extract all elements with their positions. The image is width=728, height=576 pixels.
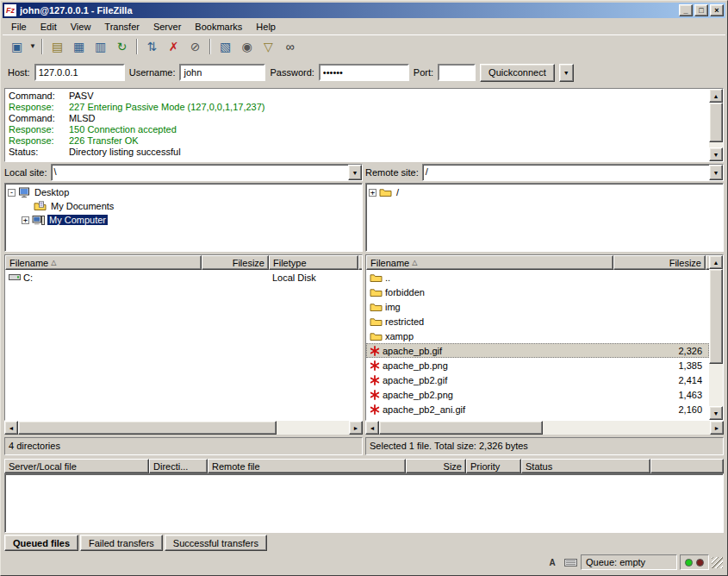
tab-queued-files[interactable]: Queued files <box>4 535 78 551</box>
scroll-up-icon[interactable]: ▲ <box>709 89 723 103</box>
expand-icon[interactable]: + <box>22 216 29 224</box>
desktop-icon <box>18 187 30 198</box>
site-manager-icon[interactable]: ▣ <box>6 37 28 56</box>
disconnect-icon[interactable]: ⊘ <box>184 37 206 56</box>
file-row-xampp[interactable]: xampp <box>366 329 709 343</box>
resize-grip[interactable] <box>712 557 723 568</box>
filename-text: forbidden <box>385 287 425 297</box>
column-header-priority[interactable]: Priority <box>466 459 521 473</box>
expand-icon[interactable]: + <box>369 189 376 197</box>
scrollbar-track[interactable] <box>277 421 349 435</box>
collapse-icon[interactable]: - <box>8 189 16 197</box>
filename-text: apache_pb2.gif <box>383 375 447 385</box>
column-header-filesize[interactable]: Filesize <box>613 255 706 270</box>
port-label: Port: <box>414 67 433 78</box>
column-header-filetype[interactable]: Filetype <box>269 255 358 270</box>
scroll-up-icon[interactable]: ▲ <box>709 255 723 269</box>
scroll-down-icon[interactable]: ▼ <box>709 406 723 420</box>
filter-icon[interactable]: ▽ <box>258 37 279 56</box>
file-row-restricted[interactable]: restricted <box>366 314 709 329</box>
scrollbar-track[interactable] <box>709 364 723 406</box>
synchronized-browsing-icon[interactable]: ◉ <box>236 37 258 56</box>
scroll-right-icon[interactable]: ► <box>710 421 724 435</box>
file-row-c[interactable]: C:Local Disk <box>5 270 362 285</box>
scroll-right-icon[interactable]: ► <box>349 421 363 435</box>
local-file-list: Filename△FilesizeFiletypeL C:Local Disk <box>4 254 363 421</box>
scroll-left-icon[interactable]: ◄ <box>4 421 18 435</box>
column-header-remote-file[interactable]: Remote file <box>208 459 406 473</box>
column-header-filesize[interactable]: Filesize <box>202 255 269 270</box>
process-queue-icon[interactable]: ⇅ <box>141 37 163 56</box>
menu-file[interactable]: File <box>4 20 34 34</box>
file-row-apache-pb-png[interactable]: apache_pb.png1,385 <box>366 358 709 373</box>
directory-comparison-icon[interactable]: ▧ <box>215 37 236 56</box>
toggle-queue-view-icon[interactable]: ▥ <box>90 37 111 56</box>
file-search-icon[interactable]: ∞ <box>279 37 301 56</box>
scroll-left-icon[interactable]: ◄ <box>365 421 379 435</box>
file-row-apache-pb2-ani-gif[interactable]: apache_pb2_ani.gif2,160 <box>366 402 709 416</box>
refresh-icon[interactable]: ↻ <box>111 37 133 56</box>
password-input[interactable] <box>319 64 409 81</box>
tree-item-my-computer[interactable]: +My Computer <box>5 213 362 227</box>
file-row-forbidden[interactable]: forbidden <box>366 285 709 299</box>
tab-successful-transfers[interactable]: Successful transfers <box>165 535 267 551</box>
toggle-tree-view-icon[interactable]: ▦ <box>68 37 90 56</box>
sort-ascending-icon: △ <box>412 259 417 266</box>
quickconnect-dropdown-icon[interactable]: ▼ <box>559 64 574 82</box>
scrollbar-thumb[interactable] <box>709 103 723 142</box>
remote-list-header: Filename△Filesize <box>366 255 709 270</box>
quickconnect-button[interactable]: Quickconnect <box>480 64 555 82</box>
host-input[interactable] <box>34 64 125 81</box>
file-row-apache-pb2-png[interactable]: apache_pb2.png1,463 <box>366 387 709 402</box>
scrollbar-thumb[interactable] <box>709 269 723 364</box>
toolbar-separator <box>209 39 211 54</box>
cancel-operation-icon[interactable]: ✗ <box>163 37 184 56</box>
close-button[interactable]: × <box>710 4 724 16</box>
tree-item-desktop[interactable]: -Desktop <box>5 185 362 199</box>
port-input[interactable] <box>438 64 476 81</box>
filename-text: apache_pb2_ani.gif <box>383 404 465 415</box>
column-header-filename[interactable]: Filename△ <box>5 255 202 270</box>
maximize-button[interactable]: □ <box>694 4 708 16</box>
site-manager-dropdown-icon[interactable]: ▼ <box>28 37 38 56</box>
queue-list-header: Server/Local fileDirecti...Remote fileSi… <box>4 459 724 473</box>
remote-hscrollbar[interactable]: ◄ ► <box>365 421 724 435</box>
menu-edit[interactable]: Edit <box>34 20 64 34</box>
log-scrollbar[interactable]: ▲ ▼ <box>709 89 723 161</box>
menu-help[interactable]: Help <box>249 20 283 34</box>
toggle-message-log-icon[interactable]: ▤ <box>47 37 68 56</box>
menu-transfer[interactable]: Transfer <box>97 20 146 34</box>
column-header-server-local-file[interactable]: Server/Local file <box>4 459 149 473</box>
tab-failed-transfers[interactable]: Failed transfers <box>80 535 163 551</box>
scrollbar-track[interactable] <box>543 421 710 435</box>
scrollbar-thumb[interactable] <box>379 421 543 435</box>
column-header-status[interactable]: Status <box>521 459 650 473</box>
quickconnect-bar: Host: Username: Password: Port: Quickcon… <box>3 57 725 88</box>
local-hscrollbar[interactable]: ◄ ► <box>4 421 363 435</box>
menu-bookmarks[interactable]: Bookmarks <box>188 20 249 34</box>
file-row-updir[interactable]: .. <box>366 270 709 285</box>
scroll-down-icon[interactable]: ▼ <box>709 147 723 161</box>
combo-dropdown-icon[interactable]: ▼ <box>709 165 723 180</box>
tree-item-my-documents[interactable]: My Documents <box>5 199 362 213</box>
column-header-size[interactable]: Size <box>406 459 466 473</box>
menu-server[interactable]: Server <box>146 20 188 34</box>
local-site-combo[interactable]: \ ▼ <box>51 164 363 181</box>
username-input[interactable] <box>179 64 265 81</box>
column-header-l[interactable]: L <box>358 255 362 270</box>
minimize-button[interactable]: _ <box>679 4 693 16</box>
file-row-img[interactable]: img <box>366 299 709 314</box>
tree-item-updir[interactable]: +/ <box>366 185 723 199</box>
file-row-apache-pb-gif[interactable]: apache_pb.gif2,326 <box>366 343 709 358</box>
combo-dropdown-icon[interactable]: ▼ <box>348 165 362 180</box>
scrollbar-thumb[interactable] <box>18 421 277 435</box>
message-log: Command:PASVResponse:227 Entering Passiv… <box>4 88 724 162</box>
titlebar[interactable]: Fz john@127.0.0.1 - FileZilla _ □ × <box>3 3 725 18</box>
statusbar: A Queue: empty <box>3 551 725 573</box>
remote-vscrollbar[interactable]: ▲ ▼ <box>709 255 723 420</box>
menu-view[interactable]: View <box>64 20 98 34</box>
file-row-apache-pb2-gif[interactable]: apache_pb2.gif2,414 <box>366 373 709 387</box>
column-header-directi[interactable]: Directi... <box>149 459 208 473</box>
column-header-filename[interactable]: Filename△ <box>366 255 613 270</box>
remote-site-combo[interactable]: / ▼ <box>422 164 724 181</box>
